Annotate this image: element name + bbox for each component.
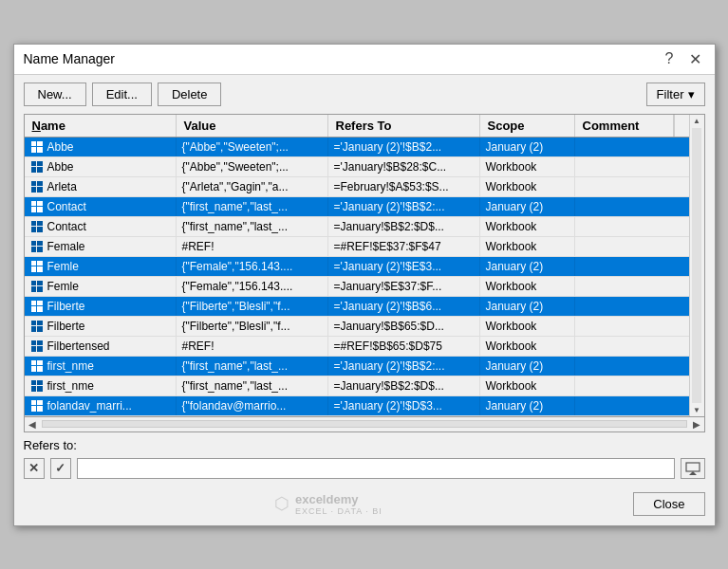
cell-comment	[575, 396, 689, 415]
cell-scope: January (2)	[480, 357, 575, 376]
cell-value: {"first_name","last_...	[177, 376, 328, 395]
cell-scope: Workbook	[480, 317, 575, 336]
cell-name: Female	[25, 237, 177, 256]
table-row[interactable]: Filberte {"Filberte","Blesli","f... ='Ja…	[25, 297, 689, 317]
cell-name: Femle	[25, 277, 177, 296]
hscroll-track[interactable]	[42, 420, 687, 428]
row-icon	[30, 240, 44, 253]
cell-scope: Workbook	[480, 177, 575, 196]
cell-refers-to: =January!$B$2:$D$...	[328, 217, 480, 236]
title-controls: ? ✕	[662, 50, 705, 68]
table-row[interactable]: Contact {"first_name","last_... ='Januar…	[25, 197, 689, 217]
name-manager-dialog: Name Manager ? ✕ New... Edit... Delete F…	[13, 44, 716, 526]
refers-to-label: Refers to:	[24, 438, 77, 452]
table-row[interactable]: Arleta {"Arleta","Gagin","a... =February…	[25, 177, 689, 197]
table-body: Abbe {"Abbe","Sweeten";... ='January (2)…	[25, 138, 689, 416]
row-icon	[30, 220, 44, 233]
table-inner: Name Value Refers To Scope Comment Abbe …	[25, 115, 689, 416]
refers-to-input-row: ✕ ✓	[14, 456, 715, 486]
new-button[interactable]: New...	[24, 83, 86, 106]
cell-refers-to: ='January (2)'!$E$3...	[328, 257, 480, 276]
table-row[interactable]: Filbertensed #REF! =#REF!$B$65:$D$75 Wor…	[25, 337, 689, 357]
table-row[interactable]: Filberte {"Filberte","Blesli","f... =Jan…	[25, 317, 689, 337]
cell-value: {"Arleta","Gagin","a...	[177, 177, 328, 196]
row-icon	[30, 340, 44, 353]
col-name: Name	[25, 115, 177, 137]
footer: ⬡ exceldemy EXCEL · DATA · BI Close	[14, 486, 715, 525]
cell-refers-to: ='January!$B$28:$C...	[328, 157, 480, 176]
cell-scope: Workbook	[480, 277, 575, 296]
cell-refers-to: =January!$B$2:$D$...	[328, 376, 480, 395]
cell-refers-to: =January!$E$37:$F...	[328, 277, 480, 296]
cell-value: {"Abbe","Sweeten";...	[177, 138, 328, 156]
svg-rect-0	[686, 463, 700, 471]
close-title-button[interactable]: ✕	[685, 50, 705, 68]
scroll-track[interactable]	[692, 128, 701, 403]
table-row[interactable]: Femle {"Female","156.143.... =January!$E…	[25, 277, 689, 297]
cell-value: {"first_name","last_...	[177, 217, 328, 236]
cell-comment	[575, 317, 689, 336]
cell-comment	[575, 376, 689, 395]
cell-scope: Workbook	[480, 337, 575, 356]
cell-name: Femle	[25, 257, 177, 276]
table-row[interactable]: Female #REF! =#REF!$E$37:$F$47 Workbook	[25, 237, 689, 257]
table-header: Name Value Refers To Scope Comment	[25, 115, 689, 138]
horizontal-scrollbar[interactable]: ◀ ▶	[24, 417, 705, 432]
table-row[interactable]: Contact {"first_name","last_... =January…	[25, 217, 689, 237]
scroll-right-arrow[interactable]: ▶	[689, 419, 704, 430]
cell-scope: Workbook	[480, 217, 575, 236]
cell-comment	[575, 138, 689, 156]
table-row[interactable]: folandav_marri... {"folandav@marrio... =…	[25, 396, 689, 416]
cell-name: Abbe	[25, 138, 177, 156]
cell-value: #REF!	[177, 337, 328, 356]
refers-to-input[interactable]	[77, 458, 675, 479]
help-button[interactable]: ?	[662, 50, 678, 67]
delete-button[interactable]: Delete	[158, 83, 222, 106]
col-comment: Comment	[575, 115, 674, 137]
confirm-refers-button[interactable]: ✓	[50, 458, 71, 479]
cell-refers-to: ='January (2)'!$B$2...	[328, 138, 480, 156]
cell-name: Abbe	[25, 157, 177, 176]
cell-scope: Workbook	[480, 157, 575, 176]
edit-button[interactable]: Edit...	[92, 83, 152, 106]
cell-name: Filbertensed	[25, 337, 177, 356]
cell-value: {"folandav@marrio...	[177, 396, 328, 415]
col-value: Value	[177, 115, 328, 137]
cell-value: {"first_name","last_...	[177, 357, 328, 376]
table-row[interactable]: Abbe {"Abbe","Sweeten";... ='January (2)…	[25, 138, 689, 157]
watermark: ⬡ exceldemy EXCEL · DATA · BI	[24, 492, 634, 516]
watermark-brand: exceldemy	[295, 492, 383, 506]
cell-name: Arleta	[25, 177, 177, 196]
scroll-up-arrow[interactable]: ▲	[690, 115, 704, 127]
table-row[interactable]: first_nme {"first_name","last_... ='Janu…	[25, 357, 689, 376]
row-icon	[30, 180, 44, 193]
cell-name: Filberte	[25, 317, 177, 336]
refers-to-label-row: Refers to:	[14, 432, 715, 456]
cell-name: Contact	[25, 197, 177, 216]
cell-comment	[575, 197, 689, 216]
cell-refers-to: ='January (2)'!$B$2:...	[328, 197, 480, 216]
cell-comment	[575, 257, 689, 276]
col-refers-to: Refers To	[328, 115, 480, 137]
table-row[interactable]: Abbe {"Abbe","Sweeten";... ='January!$B$…	[25, 157, 689, 177]
filter-button[interactable]: Filter ▾	[646, 83, 705, 106]
scroll-down-arrow[interactable]: ▼	[690, 404, 704, 416]
cancel-refers-button[interactable]: ✕	[24, 458, 45, 479]
row-icon	[30, 320, 44, 333]
collapse-refers-button[interactable]	[681, 458, 705, 479]
toolbar: New... Edit... Delete Filter ▾	[14, 75, 715, 114]
cell-refers-to: =#REF!$E$37:$F$47	[328, 237, 480, 256]
watermark-tagline: EXCEL · DATA · BI	[295, 506, 383, 516]
cell-comment	[575, 157, 689, 176]
table-row[interactable]: Femle {"Female","156.143.... ='January (…	[25, 257, 689, 277]
vertical-scrollbar[interactable]: ▲ ▼	[689, 115, 704, 416]
cell-scope: Workbook	[480, 376, 575, 395]
close-button[interactable]: Close	[633, 492, 704, 516]
cell-refers-to: ='January (2)'!$D$3...	[328, 396, 480, 415]
table-row[interactable]: first_nme {"first_name","last_... =Janua…	[25, 376, 689, 396]
cell-value: {"Filberte","Blesli","f...	[177, 317, 328, 336]
cell-scope: January (2)	[480, 297, 575, 316]
scroll-left-arrow[interactable]: ◀	[25, 419, 40, 430]
col-scope: Scope	[480, 115, 575, 137]
cell-value: {"first_name","last_...	[177, 197, 328, 216]
